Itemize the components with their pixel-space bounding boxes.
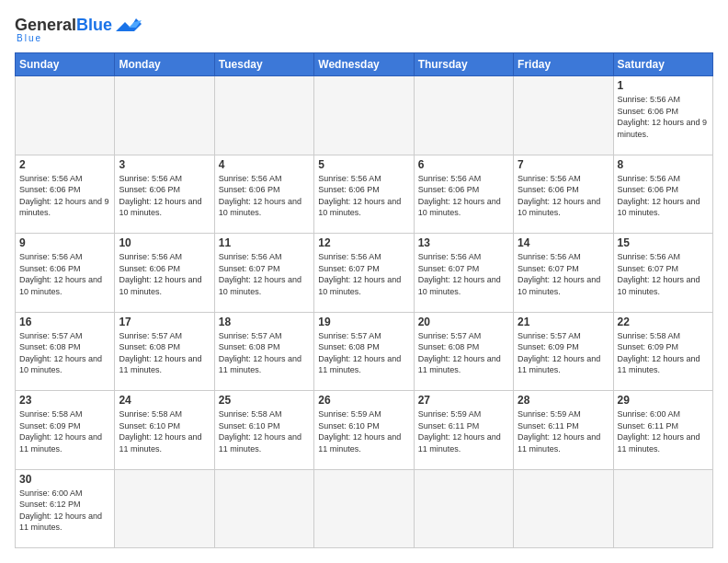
day-cell: 25Sunrise: 5:58 AM Sunset: 6:10 PM Dayli… [214, 391, 313, 470]
day-cell: 16Sunrise: 5:57 AM Sunset: 6:08 PM Dayli… [16, 312, 115, 391]
day-number: 10 [119, 236, 210, 249]
day-cell [314, 76, 414, 155]
day-number: 19 [318, 316, 409, 328]
week-row-0: 1Sunrise: 5:56 AM Sunset: 6:06 PM Daylig… [16, 76, 713, 155]
logo-general: General [15, 16, 76, 35]
day-cell: 14Sunrise: 5:56 AM Sunset: 6:07 PM Dayli… [514, 234, 613, 313]
day-cell: 28Sunrise: 5:59 AM Sunset: 6:11 PM Dayli… [514, 391, 613, 470]
day-cell: 5Sunrise: 5:56 AM Sunset: 6:06 PM Daylig… [314, 155, 414, 234]
weekday-saturday: Saturday [613, 53, 712, 76]
day-info: Sunrise: 5:59 AM Sunset: 6:11 PM Dayligh… [518, 408, 609, 454]
day-number: 14 [518, 236, 609, 249]
day-cell: 21Sunrise: 5:57 AM Sunset: 6:09 PM Dayli… [514, 312, 613, 391]
day-info: Sunrise: 5:58 AM Sunset: 6:09 PM Dayligh… [19, 408, 110, 454]
day-number: 6 [418, 158, 509, 171]
logo-text: General Blue [15, 15, 142, 35]
logo-blue: Blue [76, 16, 112, 35]
day-number: 7 [518, 158, 609, 171]
day-number: 15 [618, 236, 709, 249]
day-info: Sunrise: 5:56 AM Sunset: 6:07 PM Dayligh… [219, 251, 310, 297]
day-info: Sunrise: 5:58 AM Sunset: 6:10 PM Dayligh… [119, 408, 210, 454]
day-cell [16, 76, 115, 155]
calendar-body: 1Sunrise: 5:56 AM Sunset: 6:06 PM Daylig… [16, 76, 713, 548]
day-cell [115, 76, 214, 155]
week-row-1: 2Sunrise: 5:56 AM Sunset: 6:06 PM Daylig… [16, 155, 713, 234]
day-info: Sunrise: 5:59 AM Sunset: 6:10 PM Dayligh… [318, 408, 409, 454]
day-cell: 9Sunrise: 5:56 AM Sunset: 6:06 PM Daylig… [16, 234, 115, 313]
day-cell [613, 469, 712, 548]
day-cell: 13Sunrise: 5:56 AM Sunset: 6:07 PM Dayli… [414, 234, 513, 313]
day-cell: 3Sunrise: 5:56 AM Sunset: 6:06 PM Daylig… [115, 155, 214, 234]
day-number: 4 [219, 158, 310, 171]
week-row-3: 16Sunrise: 5:57 AM Sunset: 6:08 PM Dayli… [16, 312, 713, 391]
day-info: Sunrise: 5:56 AM Sunset: 6:06 PM Dayligh… [19, 173, 110, 219]
day-number: 22 [618, 316, 709, 328]
calendar-page: General Blue Blue SundayMondayTuesdayWed… [0, 0, 728, 563]
week-row-4: 23Sunrise: 5:58 AM Sunset: 6:09 PM Dayli… [16, 391, 713, 470]
day-number: 24 [119, 394, 210, 407]
day-info: Sunrise: 5:57 AM Sunset: 6:09 PM Dayligh… [518, 330, 609, 376]
day-info: Sunrise: 5:57 AM Sunset: 6:08 PM Dayligh… [219, 330, 310, 376]
day-cell [414, 469, 513, 548]
day-info: Sunrise: 5:56 AM Sunset: 6:07 PM Dayligh… [318, 251, 409, 297]
day-cell: 17Sunrise: 5:57 AM Sunset: 6:08 PM Dayli… [115, 312, 214, 391]
weekday-thursday: Thursday [414, 53, 513, 76]
day-cell: 11Sunrise: 5:56 AM Sunset: 6:07 PM Dayli… [214, 234, 313, 313]
day-cell [214, 76, 313, 155]
day-number: 26 [318, 394, 409, 407]
day-cell: 18Sunrise: 5:57 AM Sunset: 6:08 PM Dayli… [214, 312, 313, 391]
weekday-friday: Friday [514, 53, 613, 76]
logo-bird-icon [116, 15, 142, 35]
week-row-2: 9Sunrise: 5:56 AM Sunset: 6:06 PM Daylig… [16, 234, 713, 313]
day-number: 3 [119, 158, 210, 171]
day-number: 8 [618, 158, 709, 171]
day-number: 27 [418, 394, 509, 407]
day-info: Sunrise: 5:56 AM Sunset: 6:06 PM Dayligh… [618, 173, 709, 219]
day-number: 5 [318, 158, 409, 171]
day-number: 30 [19, 473, 110, 486]
day-info: Sunrise: 5:57 AM Sunset: 6:08 PM Dayligh… [119, 330, 210, 376]
week-row-5: 30Sunrise: 6:00 AM Sunset: 6:12 PM Dayli… [16, 469, 713, 548]
day-info: Sunrise: 5:56 AM Sunset: 6:06 PM Dayligh… [119, 173, 210, 219]
day-cell [414, 76, 513, 155]
day-info: Sunrise: 5:56 AM Sunset: 6:06 PM Dayligh… [418, 173, 509, 219]
day-number: 23 [19, 394, 110, 407]
day-cell: 29Sunrise: 6:00 AM Sunset: 6:11 PM Dayli… [613, 391, 712, 470]
day-cell: 2Sunrise: 5:56 AM Sunset: 6:06 PM Daylig… [16, 155, 115, 234]
day-number: 16 [19, 316, 110, 328]
day-number: 1 [618, 79, 709, 92]
day-number: 13 [418, 236, 509, 249]
day-info: Sunrise: 5:57 AM Sunset: 6:08 PM Dayligh… [318, 330, 409, 376]
day-cell [514, 76, 613, 155]
day-cell: 23Sunrise: 5:58 AM Sunset: 6:09 PM Dayli… [16, 391, 115, 470]
day-info: Sunrise: 6:00 AM Sunset: 6:12 PM Dayligh… [19, 488, 110, 534]
day-info: Sunrise: 5:56 AM Sunset: 6:06 PM Dayligh… [119, 251, 210, 297]
day-info: Sunrise: 5:56 AM Sunset: 6:06 PM Dayligh… [219, 173, 310, 219]
day-cell: 19Sunrise: 5:57 AM Sunset: 6:08 PM Dayli… [314, 312, 414, 391]
day-info: Sunrise: 5:57 AM Sunset: 6:08 PM Dayligh… [19, 330, 110, 376]
header: General Blue Blue [15, 15, 713, 43]
day-cell: 24Sunrise: 5:58 AM Sunset: 6:10 PM Dayli… [115, 391, 214, 470]
day-info: Sunrise: 5:56 AM Sunset: 6:06 PM Dayligh… [19, 251, 110, 297]
logo-tagline: Blue [17, 33, 42, 43]
day-info: Sunrise: 5:57 AM Sunset: 6:08 PM Dayligh… [418, 330, 509, 376]
day-cell: 7Sunrise: 5:56 AM Sunset: 6:06 PM Daylig… [514, 155, 613, 234]
day-cell: 26Sunrise: 5:59 AM Sunset: 6:10 PM Dayli… [314, 391, 414, 470]
day-info: Sunrise: 5:59 AM Sunset: 6:11 PM Dayligh… [418, 408, 509, 454]
day-number: 28 [518, 394, 609, 407]
day-number: 20 [418, 316, 509, 328]
day-info: Sunrise: 5:56 AM Sunset: 6:07 PM Dayligh… [518, 251, 609, 297]
day-cell [115, 469, 214, 548]
day-info: Sunrise: 5:56 AM Sunset: 6:07 PM Dayligh… [618, 251, 709, 297]
day-cell: 22Sunrise: 5:58 AM Sunset: 6:09 PM Dayli… [613, 312, 712, 391]
weekday-row: SundayMondayTuesdayWednesdayThursdayFrid… [16, 53, 713, 76]
calendar-table: SundayMondayTuesdayWednesdayThursdayFrid… [15, 52, 713, 548]
day-number: 12 [318, 236, 409, 249]
day-number: 9 [19, 236, 110, 249]
calendar-header: SundayMondayTuesdayWednesdayThursdayFrid… [16, 53, 713, 76]
day-cell: 30Sunrise: 6:00 AM Sunset: 6:12 PM Dayli… [16, 469, 115, 548]
day-cell: 6Sunrise: 5:56 AM Sunset: 6:06 PM Daylig… [414, 155, 513, 234]
day-info: Sunrise: 5:56 AM Sunset: 6:06 PM Dayligh… [318, 173, 409, 219]
day-cell: 8Sunrise: 5:56 AM Sunset: 6:06 PM Daylig… [613, 155, 712, 234]
day-cell: 12Sunrise: 5:56 AM Sunset: 6:07 PM Dayli… [314, 234, 414, 313]
